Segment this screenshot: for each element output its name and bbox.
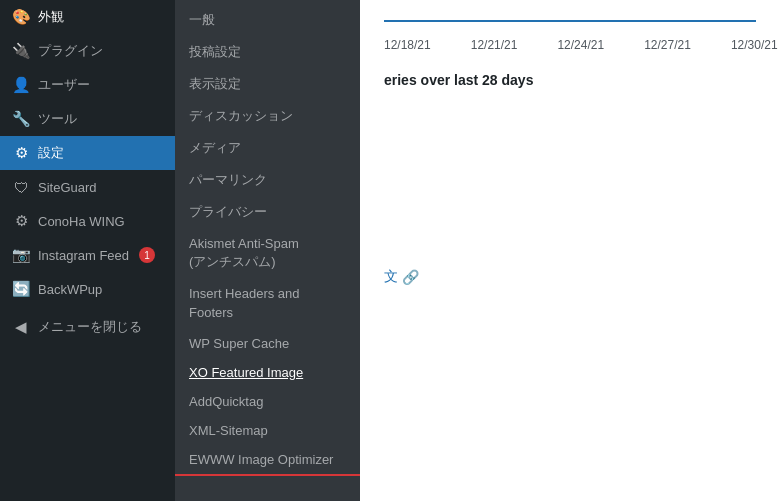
sidebar-item-conoha[interactable]: ⚙ ConoHa WING — [0, 204, 175, 238]
date-3: 12/24/21 — [557, 38, 604, 52]
submenu-item-wp-super-cache[interactable]: WP Super Cache — [175, 329, 360, 358]
submenu-item-general[interactable]: 一般 — [175, 4, 360, 36]
submenu-item-xo-featured-image[interactable]: XO Featured Image — [175, 358, 360, 387]
sidebar-item-instagram[interactable]: 📷 Instagram Feed 1 — [0, 238, 175, 272]
sidebar-item-label: ユーザー — [38, 76, 90, 94]
instagram-badge: 1 — [139, 247, 155, 263]
submenu-item-permalink[interactable]: パーマリンク — [175, 164, 360, 196]
conoha-icon: ⚙ — [12, 212, 30, 230]
submenu-item-privacy[interactable]: プライバシー — [175, 196, 360, 228]
plugins-icon: 🔌 — [12, 42, 30, 60]
main-inner: 12/18/21 12/21/21 12/24/21 12/27/21 12/3… — [360, 0, 780, 501]
submenu-item-xml-sitemap[interactable]: XML-Sitemap — [175, 416, 360, 445]
series-label: eries over last 28 days — [384, 72, 756, 88]
backwpup-icon: 🔄 — [12, 280, 30, 298]
sidebar-item-label: 設定 — [38, 144, 64, 162]
appearance-icon: 🎨 — [12, 8, 30, 26]
sidebar-item-users[interactable]: 👤 ユーザー — [0, 68, 175, 102]
sidebar-item-close-menu[interactable]: ◀ メニューを閉じる — [0, 310, 175, 344]
chart-dates: 12/18/21 12/21/21 12/24/21 12/27/21 12/3… — [384, 38, 756, 52]
sidebar-item-appearance[interactable]: 🎨 外観 — [0, 0, 175, 34]
submenu-item-akismet[interactable]: Akismet Anti-Spam(アンチスパム) — [175, 228, 360, 278]
sidebar: 🎨 外観 🔌 プラグイン 👤 ユーザー 🔧 ツール ⚙ 設定 🛡 SiteGua… — [0, 0, 175, 501]
sidebar-item-label: SiteGuard — [38, 180, 97, 195]
main-content: 12/18/21 12/21/21 12/24/21 12/27/21 12/3… — [360, 0, 780, 501]
settings-submenu: 一般 投稿設定 表示設定 ディスカッション メディア パーマリンク プライバシー… — [175, 0, 360, 501]
submenu-item-discussion[interactable]: ディスカッション — [175, 100, 360, 132]
submenu-item-ewww[interactable]: EWWW Image Optimizer — [175, 445, 360, 476]
chart-blue-line — [384, 20, 756, 22]
date-1: 12/18/21 — [384, 38, 431, 52]
sidebar-item-label: 外観 — [38, 8, 64, 26]
siteguard-icon: 🛡 — [12, 178, 30, 196]
sidebar-item-siteguard[interactable]: 🛡 SiteGuard — [0, 170, 175, 204]
sidebar-item-plugins[interactable]: 🔌 プラグイン — [0, 34, 175, 68]
close-menu-icon: ◀ — [12, 318, 30, 336]
date-4: 12/27/21 — [644, 38, 691, 52]
sidebar-item-label: Instagram Feed — [38, 248, 129, 263]
sidebar-item-label: ConoHa WING — [38, 214, 125, 229]
sidebar-item-backwpup[interactable]: 🔄 BackWPup — [0, 272, 175, 306]
date-2: 12/21/21 — [471, 38, 518, 52]
submenu-item-addquicktag[interactable]: AddQuicktag — [175, 387, 360, 416]
sidebar-item-tools[interactable]: 🔧 ツール — [0, 102, 175, 136]
chart-area: 12/18/21 12/21/21 12/24/21 12/27/21 12/3… — [384, 20, 756, 52]
tools-icon: 🔧 — [12, 110, 30, 128]
date-5: 12/30/21 — [731, 38, 778, 52]
submenu-item-insert-headers[interactable]: Insert Headers andFooters — [175, 278, 360, 328]
submenu-item-post[interactable]: 投稿設定 — [175, 36, 360, 68]
sidebar-item-label: プラグイン — [38, 42, 103, 60]
sidebar-item-label: BackWPup — [38, 282, 102, 297]
sidebar-item-label: ツール — [38, 110, 77, 128]
link-area: 文 🔗 — [384, 268, 756, 286]
instagram-icon: 📷 — [12, 246, 30, 264]
sidebar-close-label: メニューを閉じる — [38, 318, 142, 336]
submenu-item-display[interactable]: 表示設定 — [175, 68, 360, 100]
settings-icon: ⚙ — [12, 144, 30, 162]
users-icon: 👤 — [12, 76, 30, 94]
submenu-item-media[interactable]: メディア — [175, 132, 360, 164]
sidebar-item-settings[interactable]: ⚙ 設定 — [0, 136, 175, 170]
link-text[interactable]: 文 — [384, 268, 398, 286]
external-link-icon[interactable]: 🔗 — [402, 269, 419, 285]
